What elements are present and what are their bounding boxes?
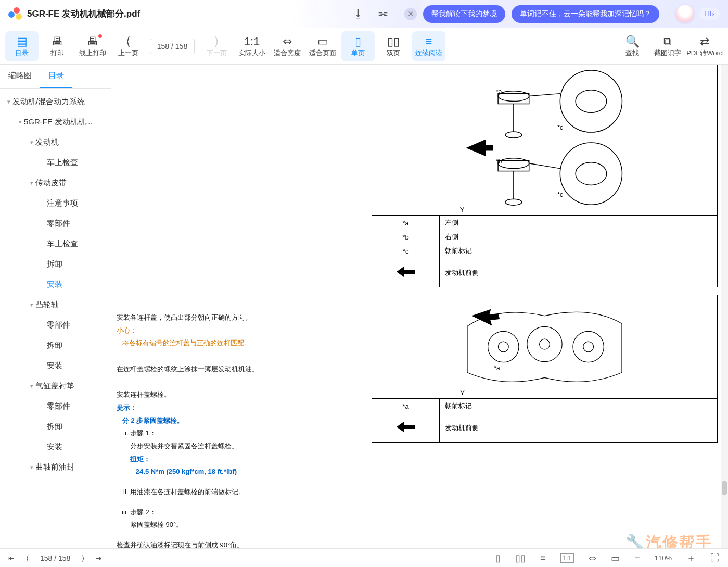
cloud-print-button[interactable]: 🖶线上打印: [76, 31, 109, 61]
outline-item[interactable]: 安装: [0, 356, 111, 376]
avatar[interactable]: [674, 4, 695, 24]
svg-marker-30: [397, 422, 415, 432]
svg-point-0: [498, 91, 529, 102]
figure-crankshaft: *a Y: [372, 295, 718, 399]
svg-point-4: [498, 158, 529, 169]
next-page-icon[interactable]: ⟩: [82, 554, 84, 562]
outline-item[interactable]: ▾气缸盖衬垫: [0, 376, 111, 396]
share-icon[interactable]: ⫘: [377, 8, 388, 20]
svg-point-22: [527, 326, 562, 361]
outline-item[interactable]: 注意事项: [0, 193, 111, 213]
svg-point-9: [576, 90, 607, 113]
view-double-icon[interactable]: ▯▯: [515, 552, 526, 564]
svg-text:Y: Y: [460, 389, 465, 397]
outline-tree: ▾发动机/混合动力系统▾5GR-FE 发动机机...▾发动机车上检查▾传动皮带注…: [0, 89, 111, 548]
scrollbar[interactable]: [721, 65, 728, 548]
toolbar: ▤目录 🖶打印 🖶线上打印 ⟨上一页 158 / 158 ⟩下一页 1:1实际大…: [0, 28, 728, 65]
file-title: 5GR-FE 发动机机械部分.pdf: [27, 8, 140, 20]
svg-text:*c: *c: [557, 124, 563, 131]
print-button[interactable]: 🖶打印: [41, 31, 74, 61]
view-single-icon[interactable]: ▯: [495, 552, 501, 564]
zoom-level: 110%: [655, 554, 672, 562]
fullscreen-icon[interactable]: ⛶: [710, 552, 720, 563]
svg-point-8: [560, 70, 622, 132]
view-11-icon[interactable]: 1:1: [560, 553, 574, 563]
outline-item[interactable]: 拆卸: [0, 254, 111, 274]
outline-item[interactable]: 安装: [0, 437, 111, 457]
svg-point-7: [505, 199, 522, 205]
outline-item[interactable]: ▾发动机/混合动力系统: [0, 92, 111, 112]
status-bar: ⇤ ⟨ 158 / 158 ⟩ ⇥ ▯ ▯▯ ≡ 1:1 ⇔ ▭ − 110% …: [0, 548, 728, 567]
svg-text:*c: *c: [557, 191, 563, 198]
outline-item[interactable]: 安装: [0, 274, 111, 295]
svg-text:*b: *b: [496, 158, 502, 165]
page-indicator[interactable]: 158 / 158: [40, 554, 70, 562]
download-icon[interactable]: ⭳: [353, 8, 364, 20]
last-page-icon[interactable]: ⇥: [96, 554, 102, 562]
zoom-in-icon[interactable]: ＋: [686, 552, 696, 564]
svg-point-24: [498, 342, 508, 352]
actual-size-button[interactable]: 1:1实际大小: [235, 31, 269, 61]
toc-button[interactable]: ▤目录: [5, 31, 39, 61]
svg-marker-20: [397, 267, 415, 277]
double-page-button[interactable]: ▯▯双页: [377, 31, 410, 61]
svg-point-23: [573, 331, 604, 362]
title-bar: 5GR-FE 发动机机械部分.pdf ⭳ ⫘ ✕ 帮我解读下我的梦境 单词记不住…: [0, 0, 728, 28]
step-1: 步骤 1： 分步安装并交替紧固各连杆盖螺栓。 扭矩： 24.5 N*m (250…: [130, 427, 364, 478]
pdf-to-word-button[interactable]: ⇄PDF转Word: [686, 31, 723, 61]
hi-badge[interactable]: Hi›: [699, 8, 720, 20]
svg-point-26: [583, 342, 594, 352]
figure-piston: *a *b *c *c Y: [372, 65, 718, 216]
outline-item[interactable]: ▾传动皮带: [0, 173, 111, 193]
first-page-icon[interactable]: ⇤: [8, 554, 15, 562]
svg-text:Y: Y: [460, 206, 465, 213]
svg-point-21: [488, 331, 519, 362]
outline-item[interactable]: 零部件: [0, 315, 111, 335]
page-text-column: 安装各连杆盖，使凸出部分朝向正确的方向。 小心： 将各标有编号的连杆盖与正确的连…: [111, 65, 372, 548]
svg-marker-14: [467, 140, 493, 156]
app-logo: [8, 7, 22, 21]
find-button[interactable]: 🔍查找: [616, 31, 649, 61]
tab-outline[interactable]: 目录: [40, 65, 72, 88]
page-input[interactable]: 158 / 158: [150, 39, 195, 54]
document-viewport[interactable]: 安装各连杆盖，使凸出部分朝向正确的方向。 小心： 将各标有编号的连杆盖与正确的连…: [111, 65, 728, 548]
zoom-out-icon[interactable]: −: [634, 552, 640, 563]
svg-point-3: [505, 132, 522, 138]
next-page-button: ⟩下一页: [200, 31, 233, 61]
outline-item[interactable]: ▾凸轮轴: [0, 295, 111, 315]
outline-item[interactable]: ▾5GR-FE 发动机机...: [0, 112, 111, 132]
suggestion-pill-2[interactable]: 单词记不住，云一朵能帮我加深记忆吗？: [512, 5, 659, 23]
outline-item[interactable]: ▾曲轴前油封: [0, 457, 111, 477]
outline-item[interactable]: 拆卸: [0, 335, 111, 356]
continuous-button[interactable]: ≡连续阅读: [412, 31, 445, 61]
svg-point-11: [576, 162, 607, 185]
outline-item[interactable]: 拆卸: [0, 417, 111, 437]
view-fitp-icon[interactable]: ▭: [611, 552, 620, 564]
view-continuous-icon[interactable]: ≡: [540, 552, 546, 563]
tab-thumbnails[interactable]: 缩略图: [0, 65, 40, 88]
close-suggestion-icon[interactable]: ✕: [404, 8, 417, 20]
sidebar: 缩略图 目录 ▾发动机/混合动力系统▾5GR-FE 发动机机...▾发动机车上检…: [0, 65, 111, 548]
svg-point-10: [560, 143, 622, 205]
prev-page-icon[interactable]: ⟨: [26, 554, 29, 562]
step-3: 步骤 2： 紧固盖螺栓 90°。: [130, 506, 364, 532]
suggestion-pill-1[interactable]: 帮我解读下我的梦境: [423, 5, 505, 23]
svg-text:*a: *a: [496, 88, 502, 95]
svg-rect-1: [498, 94, 529, 104]
outline-item[interactable]: ▾发动机: [0, 132, 111, 153]
svg-point-25: [540, 339, 550, 349]
outline-item[interactable]: 零部件: [0, 396, 111, 417]
svg-text:*a: *a: [494, 364, 500, 372]
prev-page-button[interactable]: ⟨上一页: [111, 31, 145, 61]
outline-item[interactable]: 车上检查: [0, 234, 111, 254]
outline-item[interactable]: 零部件: [0, 213, 111, 234]
fit-page-button[interactable]: ▭适合页面: [306, 31, 339, 61]
view-fitw-icon[interactable]: ⇔: [589, 552, 596, 564]
legend-table-1: *a左侧 *b右侧 *c朝前标记 发动机前侧: [372, 216, 718, 287]
svg-rect-5: [498, 161, 529, 171]
svg-line-13: [529, 163, 560, 169]
ocr-button[interactable]: ⧉截图识字: [651, 31, 684, 61]
fit-width-button[interactable]: ⇔适合宽度: [271, 31, 304, 61]
single-page-button[interactable]: ▯单页: [341, 31, 375, 61]
outline-item[interactable]: 车上检查: [0, 153, 111, 173]
